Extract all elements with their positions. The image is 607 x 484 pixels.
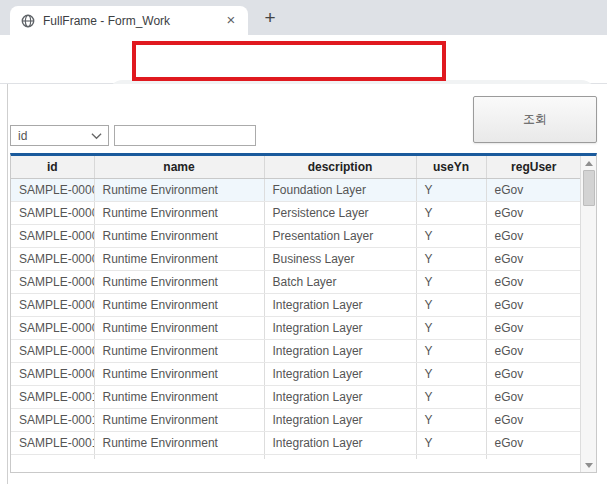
table-cell: eGov <box>486 270 580 293</box>
table-cell: eGov <box>486 362 580 385</box>
table-cell: Y <box>416 293 486 316</box>
scroll-down-icon[interactable] <box>581 458 597 472</box>
search-field-selected-value: id <box>18 129 91 143</box>
table-row[interactable]: SAMPLE-00004Runtime EnvironmentBusiness … <box>11 247 580 270</box>
table-row[interactable]: SAMPLE-00003Runtime EnvironmentPresentat… <box>11 224 580 247</box>
table-row[interactable]: SAMPLE-00001Runtime EnvironmentFoundatio… <box>11 178 580 201</box>
table-cell: Y <box>416 247 486 270</box>
chevron-down-icon <box>91 132 102 140</box>
table-header-row: id name description useYn regUser <box>11 156 580 178</box>
table-cell: eGov <box>486 385 580 408</box>
table-cell: Runtime Environment <box>94 408 264 431</box>
new-tab-button[interactable]: + <box>258 7 282 31</box>
table-cell: Persistence Layer <box>264 201 416 224</box>
table-cell: Presentation Layer <box>264 224 416 247</box>
table-cell: SAMPLE-00004 <box>11 247 94 270</box>
table-cell: SAMPLE-00009 <box>11 362 94 385</box>
table-cell: SAMPLE-00002 <box>11 201 94 224</box>
table-row[interactable]: SAMPLE-00010Runtime EnvironmentIntegrati… <box>11 385 580 408</box>
table-cell: Integration Layer <box>264 431 416 454</box>
table-cell: Runtime Environment <box>94 293 264 316</box>
table-cell: eGov <box>486 339 580 362</box>
search-input[interactable] <box>114 125 256 146</box>
column-header-name[interactable]: name <box>94 156 264 178</box>
table-cell: Integration Layer <box>264 385 416 408</box>
table-row[interactable]: SAMPLE-00007Runtime EnvironmentIntegrati… <box>11 316 580 339</box>
table-row[interactable]: SAMPLE-00009Runtime EnvironmentIntegrati… <box>11 362 580 385</box>
table-cell: eGov <box>486 293 580 316</box>
column-header-description[interactable]: description <box>264 156 416 178</box>
table-row[interactable]: SAMPLE-00011Runtime EnvironmentIntegrati… <box>11 408 580 431</box>
table-row[interactable]: SAMPLE-00012Runtime EnvironmentIntegrati… <box>11 431 580 454</box>
table-row-partial <box>11 454 580 459</box>
page-content: id 조회 id name <box>0 84 607 484</box>
table-cell: eGov <box>486 431 580 454</box>
browser-toolbar: localhost:8080/sampleuiadapterN/sample/ <box>0 35 607 84</box>
tab-bar: FullFrame - Form_Work × + <box>0 0 607 35</box>
grid-table-area: id name description useYn regUser SAMPLE… <box>11 156 580 472</box>
table-cell: SAMPLE-00007 <box>11 316 94 339</box>
table-row[interactable]: SAMPLE-00005Runtime EnvironmentBatch Lay… <box>11 270 580 293</box>
table-cell: Runtime Environment <box>94 385 264 408</box>
column-header-regUser[interactable]: regUser <box>486 156 580 178</box>
table-cell: Integration Layer <box>264 408 416 431</box>
browser-tab[interactable]: FullFrame - Form_Work × <box>10 6 248 35</box>
table-cell: Runtime Environment <box>94 431 264 454</box>
table-cell: SAMPLE-00011 <box>11 408 94 431</box>
table-cell <box>486 454 580 459</box>
table-cell: Y <box>416 178 486 201</box>
scroll-up-icon[interactable] <box>581 156 597 170</box>
table-cell: Y <box>416 316 486 339</box>
grid-body: SAMPLE-00001Runtime EnvironmentFoundatio… <box>11 178 580 459</box>
table-cell: Runtime Environment <box>94 178 264 201</box>
grid-scrollbar[interactable] <box>580 156 596 472</box>
table-cell: SAMPLE-00005 <box>11 270 94 293</box>
table-cell: SAMPLE-00008 <box>11 339 94 362</box>
table-cell: Y <box>416 201 486 224</box>
table-cell: Runtime Environment <box>94 339 264 362</box>
table-cell: Y <box>416 224 486 247</box>
table-cell: Runtime Environment <box>94 247 264 270</box>
table-cell: Y <box>416 339 486 362</box>
table-cell <box>416 454 486 459</box>
table-row[interactable]: SAMPLE-00006Runtime EnvironmentIntegrati… <box>11 293 580 316</box>
table-cell: Foundation Layer <box>264 178 416 201</box>
window-left-edge <box>7 84 8 484</box>
search-button[interactable]: 조회 <box>473 96 597 143</box>
data-grid: id name description useYn regUser SAMPLE… <box>10 153 597 473</box>
table-cell: Y <box>416 270 486 293</box>
table-cell: Runtime Environment <box>94 270 264 293</box>
table-cell: Runtime Environment <box>94 201 264 224</box>
sample-table: id name description useYn regUser SAMPLE… <box>11 156 580 459</box>
table-cell: Integration Layer <box>264 339 416 362</box>
table-cell: eGov <box>486 224 580 247</box>
table-cell: eGov <box>486 408 580 431</box>
table-cell <box>94 454 264 459</box>
table-cell: SAMPLE-00012 <box>11 431 94 454</box>
table-cell: SAMPLE-00003 <box>11 224 94 247</box>
tab-close-icon[interactable]: × <box>222 12 240 30</box>
table-cell: Integration Layer <box>264 293 416 316</box>
table-cell: eGov <box>486 316 580 339</box>
table-cell: SAMPLE-00010 <box>11 385 94 408</box>
table-cell: eGov <box>486 247 580 270</box>
table-cell: Business Layer <box>264 247 416 270</box>
table-row[interactable]: SAMPLE-00008Runtime EnvironmentIntegrati… <box>11 339 580 362</box>
table-cell: Runtime Environment <box>94 224 264 247</box>
table-cell: Runtime Environment <box>94 362 264 385</box>
search-field-select[interactable]: id <box>10 125 109 146</box>
table-cell: Y <box>416 362 486 385</box>
scrollbar-thumb[interactable] <box>583 170 595 206</box>
column-header-useYn[interactable]: useYn <box>416 156 486 178</box>
browser-window: FullFrame - Form_Work × + <box>0 0 607 484</box>
table-cell: Integration Layer <box>264 316 416 339</box>
table-row[interactable]: SAMPLE-00002Runtime EnvironmentPersisten… <box>11 201 580 224</box>
table-cell: Integration Layer <box>264 362 416 385</box>
table-cell: eGov <box>486 201 580 224</box>
table-cell <box>11 454 94 459</box>
column-header-id[interactable]: id <box>11 156 94 178</box>
table-cell: eGov <box>486 178 580 201</box>
table-cell: Y <box>416 431 486 454</box>
tab-title: FullFrame - Form_Work <box>43 14 222 28</box>
table-cell: SAMPLE-00006 <box>11 293 94 316</box>
